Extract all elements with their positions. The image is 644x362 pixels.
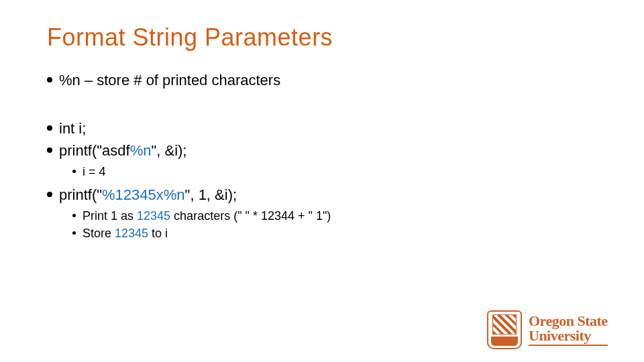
bullet-list: %n – store # of printed characters int i… [47,70,597,242]
bullet-dot-icon [47,77,52,82]
crest-base-icon [491,337,518,346]
bullet-item: int i; [47,119,597,139]
sub-bullet-item: Store 12345 to i [72,225,597,241]
crest-pattern-icon [492,314,517,335]
logo-line-1: Oregon State [529,314,608,328]
logo-text: Oregon State University [529,314,608,346]
spacer [47,93,597,119]
sub-bullet-item: i = 4 [72,164,597,180]
sub-bullet-dot-icon [72,214,76,217]
crest-icon [487,310,522,349]
format-specifier: %n [130,142,152,159]
slide-title: Format String Parameters [47,23,597,52]
text-fragment: ", 1, &i); [185,186,237,203]
bullet-dot-icon [47,147,52,153]
bullet-text: printf("%12345x%n", 1, &i); [59,185,237,205]
number-highlight: 12345 [115,227,148,240]
sub-bullet-dot-icon [72,231,76,235]
sub-bullet-dot-icon [72,170,76,173]
text-fragment: printf("asdf [59,142,130,159]
bullet-dot-icon [47,192,52,197]
number-highlight: 12345 [137,209,170,223]
slide: Format String Parameters %n – store # of… [0,0,644,362]
bullet-item: %n – store # of printed characters [47,70,597,90]
text-fragment: printf(" [59,186,102,203]
logo-line-2: University [529,328,608,346]
bullet-text: Store 12345 to i [83,225,168,241]
bullet-item: printf("asdf%n", &i); [47,141,597,161]
text-fragment: ", &i); [151,142,186,159]
bullet-item: printf("%12345x%n", 1, &i); [47,185,597,205]
bullet-text: Print 1 as 12345 characters (" " * 12344… [83,208,331,224]
bullet-text: printf("asdf%n", &i); [59,141,186,161]
text-fragment: to i [148,227,168,240]
bullet-text: %n – store # of printed characters [59,70,280,90]
bullet-text: i = 4 [83,164,106,180]
bullet-dot-icon [47,125,52,131]
university-logo: Oregon State University [487,310,628,350]
sub-bullet-item: Print 1 as 12345 characters (" " * 12344… [72,208,597,224]
format-specifier: %12345x%n [102,186,185,203]
text-fragment: characters (" " * 12344 + " 1") [170,209,331,223]
bullet-text: int i; [59,119,86,139]
text-fragment: Print 1 as [83,209,137,223]
text-fragment: Store [83,227,115,240]
